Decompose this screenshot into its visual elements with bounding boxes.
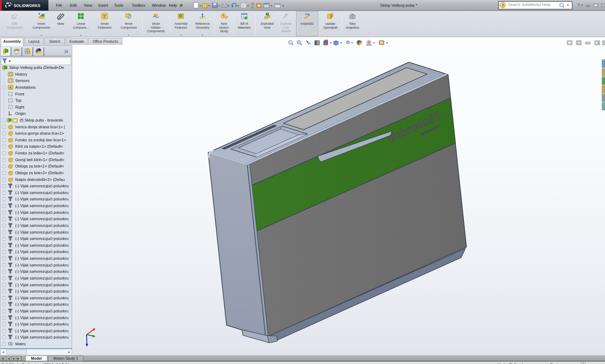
svg-text:A: A (10, 86, 12, 89)
svg-text:?: ? (577, 3, 580, 8)
svg-text:SOLIDWORKS: SOLIDWORKS (14, 4, 40, 8)
